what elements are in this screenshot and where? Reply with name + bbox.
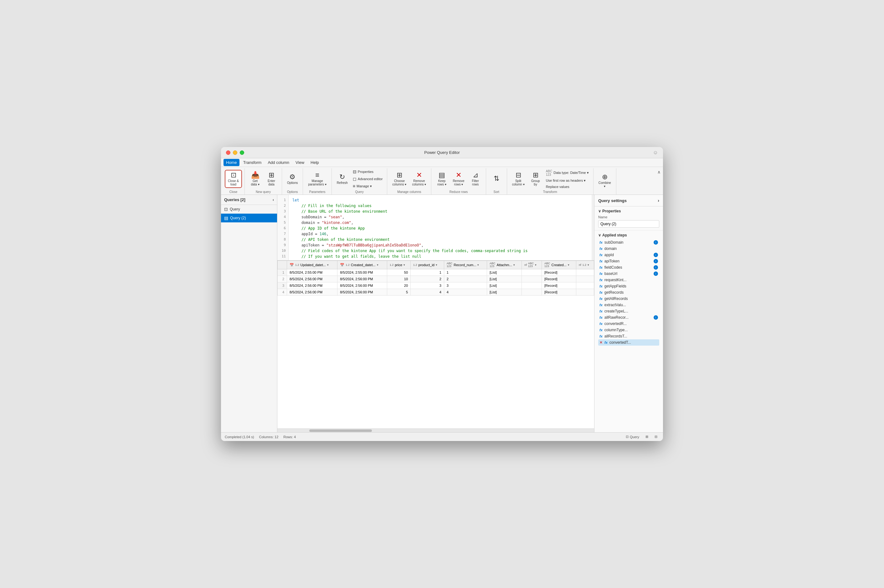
step-subDomain-info[interactable]: i [654,240,658,244]
scrollbar-thumb[interactable] [309,429,372,432]
col-created2-arrow[interactable]: ▾ [568,263,570,267]
col-updated-date[interactable]: 📅 1.2 Updated_datet... ▾ [287,261,337,269]
step-allRawRecor[interactable]: fx allRawRecor... i [598,314,659,321]
manage-params-button[interactable]: ≡ Manageparameters ▾ [305,171,329,188]
split-column-button[interactable]: ⊟ Splitcolumn ▾ [510,171,527,188]
col-attachments-arrow[interactable]: ▾ [513,263,515,267]
step-createTypeL[interactable]: fx createTypeL... [598,308,659,314]
status-grid-icon: ⊟ [654,435,657,439]
col-record-num[interactable]: ABC123 Record_num... ▾ [444,261,487,269]
remove-rows-button[interactable]: ✕ Removerows ▾ [450,171,467,188]
keep-rows-button[interactable]: ▤ Keeprows ▾ [434,171,450,188]
ribbon-collapse[interactable]: ∧ [656,168,662,195]
code-line-7: appId = 146, [292,231,588,237]
col-created-date-arrow[interactable]: ▾ [377,263,379,267]
step-baseUrl[interactable]: fx baseUrl i [598,270,659,277]
menu-home[interactable]: Home [224,159,239,166]
remove-columns-button[interactable]: ✕ Removecolumns ▾ [409,171,428,188]
step-getAllRecords[interactable]: fx getAllRecords [598,296,659,302]
col-nf2[interactable]: nf 1.2 ▾ [576,261,594,269]
maximize-button[interactable] [240,150,244,155]
step-fieldCodes[interactable]: fx fieldCodes i [598,264,659,270]
step-allRawRecor-info[interactable]: i [654,315,658,320]
status-query-button[interactable]: ⊡ Query [624,434,641,440]
col-nf[interactable]: nf ABC123 ▾ [522,261,542,269]
step-requestKint[interactable]: fx requestKint... [598,277,659,283]
step-appId-info[interactable]: i [654,253,658,257]
combine-button[interactable]: ⊕ Combine▾ [596,172,613,189]
data-type-button[interactable]: ABC123 Data type: Date/Time ▾ [544,169,591,177]
col-created2[interactable]: ABC123 Created... ▾ [542,261,576,269]
col-price[interactable]: 1.2 price ▾ [387,261,410,269]
step-convertedT[interactable]: ✕ fx convertedT... [598,339,659,346]
step-baseUrl-info[interactable]: i [654,272,658,276]
col-record-num-arrow[interactable]: ▾ [477,263,479,267]
col-updated-date-arrow[interactable]: ▾ [327,263,329,267]
first-row-headers-button[interactable]: Use first row as headers ▾ [544,178,591,184]
qs-expand-icon[interactable]: › [658,198,659,203]
manage-button[interactable]: ≡ Manage ▾ [351,183,385,189]
col-product-id-arrow[interactable]: ▾ [436,263,437,267]
col-price-arrow[interactable]: ▾ [403,263,405,267]
step-getRecords[interactable]: fx getRecords [598,289,659,296]
step-fieldCodes-info[interactable]: i [654,265,658,270]
step-convertedR[interactable]: fx convertedR... [598,321,659,327]
col-product-id[interactable]: 1.2 product_id ▾ [411,261,444,269]
get-data-button[interactable]: 📥 Getdata ▾ [247,171,263,188]
replace-values-button[interactable]: Replace values [544,184,591,189]
col-attachments[interactable]: ABC123 Attachm... ▾ [487,261,522,269]
step-extractValu[interactable]: fx extractValu... [598,302,659,308]
close-button[interactable] [226,150,230,155]
enter-data-button[interactable]: ⊞ Enterdata [263,171,279,188]
row1-price: 50 [387,269,410,276]
menu-transform[interactable]: Transform [241,159,264,166]
data-table-container[interactable]: 📅 1.2 Updated_datet... ▾ 📅 1.2 [277,261,594,429]
group-by-icon: ⊞ [533,172,538,178]
qs-name-input[interactable] [598,220,659,228]
step-domain[interactable]: fx domain [598,246,659,252]
menu-add-column[interactable]: Add column [265,159,292,166]
sort-button[interactable]: ⇅ [489,174,504,184]
advanced-editor-button[interactable]: ◻ Advanced editor [351,176,385,182]
code-content[interactable]: let // Fill in the following values // B… [289,195,592,260]
step-requestKint-label: requestKint... [604,278,627,282]
sidebar-collapse-icon[interactable]: ‹ [273,198,274,202]
group-by-button[interactable]: ⊞ Groupby [528,171,543,188]
combine-label: Combine▾ [598,181,611,188]
minimize-button[interactable] [233,150,237,155]
filter-rows-button[interactable]: ⊿ Filterrows [468,171,483,188]
menu-help[interactable]: Help [308,159,322,166]
menu-bar: Home Transform Add column View Help [221,158,663,167]
status-grid-button[interactable]: ⊟ [652,434,659,440]
col-nf2-arrow[interactable]: ▾ [588,263,589,267]
group-options-label: Options [287,189,298,195]
sidebar-item-query2[interactable]: ▤ Query (2) [221,214,277,222]
code-editor[interactable]: 1 2 3 4 5 6 7 8 9 10 11 let // Fill in t… [277,195,594,261]
col-created-date[interactable]: 📅 1.2 Created_datet... ▾ [337,261,387,269]
step-getAppFields[interactable]: fx getAppFields [598,283,659,289]
options-button[interactable]: ⚙ Options [284,172,300,186]
step-apiToken-info[interactable]: i [654,259,658,263]
step-appId[interactable]: fx appId i [598,252,659,258]
sidebar-item-query1[interactable]: ⊡ Query [221,205,277,214]
step-convertedT-x[interactable]: ✕ [600,340,603,345]
step-apiToken[interactable]: fx apiToken i [598,258,659,264]
step-columnType[interactable]: fx columnType... [598,327,659,333]
row4-attachments: [List] [487,289,522,296]
menu-view[interactable]: View [293,159,307,166]
choose-columns-button[interactable]: ⊞ Choosecolumns ▾ [390,171,409,188]
col-nf-arrow[interactable]: ▾ [535,263,537,267]
horizontal-scrollbar[interactable] [277,429,594,432]
advanced-editor-label: Advanced editor [358,177,383,181]
step-subDomain[interactable]: fx subDomain i [598,239,659,246]
properties-button[interactable]: ⊟ Properties [351,168,385,175]
code-scrollbar[interactable] [592,195,594,260]
row1-created: 8/5/2024, 2:55:00 PM [337,269,387,276]
step-allRecordsT[interactable]: fx allRecordsT... [598,333,659,339]
refresh-button[interactable]: ↻ Refresh [334,172,350,186]
query2-label: Query (2) [230,216,246,220]
status-table-button[interactable]: ⊞ [643,434,650,440]
row-num-2: 2 [278,276,287,282]
row2-nf [522,276,542,282]
close-load-button[interactable]: ⊡ Close &load [225,170,242,188]
